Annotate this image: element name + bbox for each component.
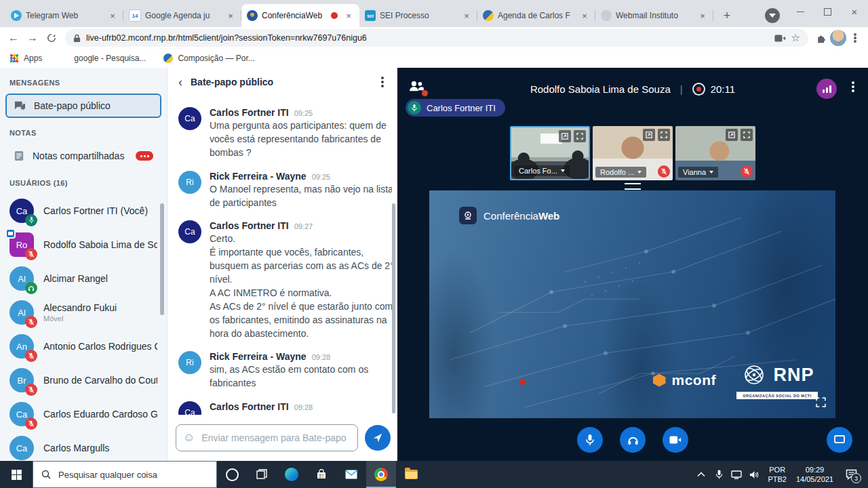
- tab-close-icon[interactable]: ×: [697, 10, 708, 21]
- mail-button[interactable]: [336, 461, 366, 488]
- store-button[interactable]: [307, 461, 336, 488]
- webcam-fullscreen-icon[interactable]: [741, 129, 753, 141]
- extensions-icon[interactable]: [812, 29, 830, 47]
- tab-close-icon[interactable]: ×: [107, 10, 118, 21]
- webcam-fullscreen-icon[interactable]: [574, 130, 586, 142]
- edge-button[interactable]: [277, 461, 307, 488]
- webcam-popout-icon[interactable]: [726, 129, 738, 141]
- webcam-name-label[interactable]: Carlos Fo...: [514, 165, 570, 176]
- webcam-popout-icon[interactable]: [559, 130, 571, 142]
- tab-close-icon[interactable]: ×: [343, 10, 354, 21]
- tab-close-icon[interactable]: ×: [225, 10, 236, 21]
- emoji-icon[interactable]: ☺: [183, 431, 195, 445]
- audio-button[interactable]: [620, 427, 646, 453]
- webcam-fullscreen-icon[interactable]: [658, 129, 670, 141]
- user-list-item[interactable]: Al Alcimar Rangel: [0, 262, 167, 296]
- talking-indicator[interactable]: Carlos Fortner ITI: [406, 99, 505, 117]
- webcam-share-button[interactable]: [663, 427, 688, 453]
- mute-button[interactable]: [577, 427, 603, 453]
- message-avatar: Ca: [178, 401, 201, 415]
- taskbar-search-input[interactable]: [57, 469, 208, 481]
- connection-status-button[interactable]: [816, 79, 837, 99]
- browser-tab[interactable]: Webmail Instituto ×: [595, 4, 713, 27]
- user-list-item[interactable]: Ro Rodolfo Saboia Lima de Souza: [0, 228, 167, 262]
- user-list: Ca Carlos Fortner ITI (Você): [0, 194, 167, 461]
- send-message-button[interactable]: [365, 425, 391, 451]
- user-list-item[interactable]: Br Bruno de Carvalho do Couto: [0, 363, 167, 397]
- user-list-item[interactable]: An Antonio Carlos Rodrigues Crist...: [0, 329, 167, 363]
- new-tab-button[interactable]: +: [717, 6, 736, 25]
- webcam-name-label[interactable]: Rodolfo ...: [595, 167, 646, 178]
- chat-options-icon[interactable]: [381, 81, 384, 83]
- window-restore-button[interactable]: [814, 2, 841, 21]
- tab-close-icon[interactable]: ×: [579, 10, 590, 21]
- restore-presentation-button[interactable]: [827, 427, 852, 453]
- tray-mic-button[interactable]: [710, 461, 728, 488]
- start-button[interactable]: [0, 461, 33, 488]
- webcam-tile[interactable]: Rodolfo ...: [593, 126, 673, 180]
- user-list-item[interactable]: Ca Carlos Eduardo Cardoso Galhar...: [0, 397, 167, 431]
- tray-volume-button[interactable]: [745, 461, 763, 488]
- meeting-title-row: Rodolfo Saboia Lima de Souza | 20:11: [397, 83, 868, 96]
- address-bar[interactable]: live-ufrb02.mconf.rnp.br/html5client/joi…: [65, 29, 808, 47]
- task-view-button[interactable]: [247, 461, 277, 488]
- send-icon: [372, 432, 383, 443]
- browser-menu-icon[interactable]: [846, 29, 864, 47]
- bookmark-item[interactable]: Composição — Por...: [163, 54, 254, 63]
- webcam-popout-icon[interactable]: [643, 129, 655, 141]
- presentation-fullscreen-icon[interactable]: [816, 397, 826, 410]
- talking-mic-icon: [408, 101, 421, 115]
- tab-search-icon[interactable]: [765, 8, 780, 23]
- action-center-button[interactable]: 3: [838, 461, 864, 488]
- browser-tab[interactable]: Agenda de Carlos F ×: [477, 4, 595, 27]
- camera-indicator-icon[interactable]: [774, 34, 786, 43]
- bookmark-item[interactable]: google - Pesquisa...: [60, 54, 146, 63]
- mconf-logo: mconf: [653, 372, 717, 388]
- webcam-tile[interactable]: Carlos Fo...: [510, 126, 590, 180]
- chat-back-icon[interactable]: ‹: [178, 75, 182, 89]
- browser-tab[interactable]: ConferênciaWeb ×: [241, 4, 359, 27]
- public-chat-item[interactable]: Bate-papo público: [5, 94, 161, 118]
- chat-scrollbar[interactable]: [392, 203, 395, 413]
- user-name: Carlos Eduardo Cardoso Galhar...: [43, 409, 157, 420]
- back-button[interactable]: ←: [4, 28, 23, 47]
- notes-section-label: NOTAS: [9, 129, 157, 137]
- bookmark-item[interactable]: Apps: [9, 54, 42, 63]
- clock[interactable]: 09:29 14/05/2021: [796, 465, 833, 485]
- webcam-name-label[interactable]: Vianna: [678, 167, 718, 178]
- forward-button[interactable]: →: [23, 28, 42, 47]
- chat-input-box[interactable]: ☺: [176, 424, 358, 451]
- file-explorer-button[interactable]: [396, 461, 426, 488]
- bookmark-star-icon[interactable]: ☆: [791, 32, 800, 44]
- window-controls: ×: [787, 0, 868, 23]
- message-sender: Carlos Fortner ITI: [210, 401, 289, 412]
- browser-tab[interactable]: Telegram Web ×: [5, 4, 123, 27]
- userlist-scrollbar[interactable]: [160, 203, 164, 315]
- webcam-resize-handle[interactable]: [625, 183, 641, 190]
- chat-message-input[interactable]: [200, 432, 351, 444]
- tab-close-icon[interactable]: ×: [461, 10, 472, 21]
- user-list-item[interactable]: Al Alecsandro Fukui Móvel: [0, 296, 167, 329]
- reload-button[interactable]: [42, 28, 61, 47]
- tab-favicon: [247, 10, 258, 21]
- browser-tab[interactable]: sei SEI Processo ×: [359, 4, 477, 27]
- window-close-button[interactable]: ×: [841, 2, 868, 21]
- bookmark-icon: [163, 54, 173, 63]
- language-indicator[interactable]: POR PTB2: [768, 465, 787, 485]
- taskbar-search[interactable]: [33, 461, 217, 488]
- profile-avatar[interactable]: [830, 30, 846, 46]
- stage-options-icon[interactable]: [852, 85, 854, 88]
- user-name: Alecsandro Fukui: [43, 302, 117, 313]
- user-list-item[interactable]: Ca Carlos Margulls: [0, 431, 167, 461]
- chrome-taskbar-button[interactable]: [366, 461, 396, 488]
- recording-indicator[interactable]: 20:11: [692, 83, 735, 96]
- tray-display-button[interactable]: [728, 461, 745, 488]
- webcam-tile[interactable]: Vianna: [675, 126, 755, 180]
- tray-expand-button[interactable]: [692, 461, 710, 488]
- cortana-button[interactable]: [217, 461, 247, 488]
- window-minimize-button[interactable]: [787, 2, 814, 21]
- browser-tab[interactable]: 14 Google Agenda ju ×: [123, 4, 241, 27]
- bookmarks-bar: Apps google - Pesquisa... Composição — P…: [0, 49, 868, 68]
- shared-notes-item[interactable]: Notas compartilhadas: [5, 144, 161, 168]
- user-list-item[interactable]: Ca Carlos Fortner ITI (Você): [0, 194, 167, 228]
